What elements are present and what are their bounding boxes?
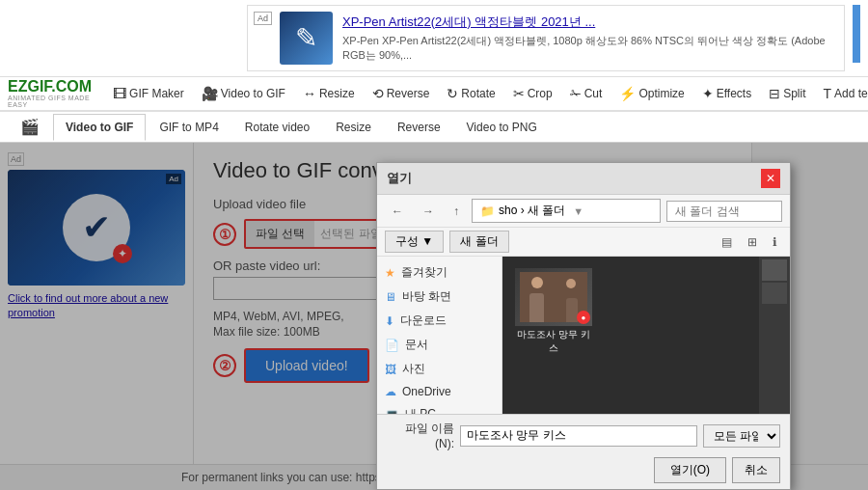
pictures-icon: 🖼 [385,363,396,376]
tab-rotate-video[interactable]: Rotate video [232,114,322,141]
tab-reverse[interactable]: Reverse [385,114,453,141]
dialog-sidebar: ★ 즐겨찾기 🖥 바탕 화면 ⬇ 다운로드 📄 문서 [377,257,502,414]
desktop-icon: 🖥 [385,290,396,304]
view-list-button[interactable]: ▤ [717,232,737,252]
view-grid-button[interactable]: ⊞ [743,232,762,252]
dialog-footer-buttons: 열기(O) 취소 [387,457,780,483]
nav-split[interactable]: ⊟ Split [761,80,813,107]
side-thumb-2[interactable] [762,283,787,304]
tab-resize[interactable]: Resize [323,114,384,141]
favorites-icon: ★ [385,266,395,280]
side-thumb-1[interactable] [762,259,787,281]
nav-add-text[interactable]: T Add text [816,80,868,107]
tab-bar: 🎬 Video to GIF GIF to MP4 Rotate video R… [0,112,868,143]
dialog-cancel-button[interactable]: 취소 [732,457,780,483]
reverse-icon: ⟲ [372,86,384,101]
dialog-up-button[interactable]: ↑ [447,202,466,221]
sidebar-item-favorites[interactable]: ★ 즐겨찾기 [377,260,502,285]
file-badge: ● [577,311,590,324]
video-icon: 🎥 [202,86,218,101]
filename-input[interactable] [460,425,697,447]
sidebar-item-pictures[interactable]: 🖼 사진 [377,357,502,381]
dialog-forward-button[interactable]: → [416,202,441,221]
sidebar-item-mypc[interactable]: 💻 내 PC [377,402,502,414]
sidebar-item-downloads[interactable]: ⬇ 다운로드 [377,309,502,333]
nav-reverse[interactable]: ⟲ Reverse [365,80,438,107]
onedrive-icon: ☁ [385,385,396,398]
view-details-button[interactable]: ℹ [768,232,782,252]
logo[interactable]: EZGIF.COM ANIMATED GIFS MADE EASY [8,79,92,108]
ad-bar: Ad ✎ XP-Pen Artist22(2세대) 액정타블렛 2021년 ..… [0,0,868,77]
ad-title[interactable]: XP-Pen Artist22(2세대) 액정타블렛 2021년 ... [342,14,838,31]
file-dialog: 열기 ✕ ← → ↑ 📁 sho › 새 폴더 ▼ 구성 ▼ 새 폴더 [376,162,791,490]
nav-optimize[interactable]: ⚡ Optimize [611,80,692,107]
nav-effects[interactable]: ✦ Effects [694,80,759,107]
dialog-toolbar: ← → ↑ 📁 sho › 새 폴더 ▼ [377,195,790,228]
nav-cut[interactable]: ✁ Cut [562,80,610,107]
file-item-video[interactable]: ● 마도조사 망무 키스 [510,264,597,359]
effects-icon: ✦ [702,86,714,101]
tab-video-to-png[interactable]: Video to PNG [454,114,550,141]
dialog-search-input[interactable] [666,201,782,222]
filetype-select[interactable]: 모든 파일 [703,424,780,448]
dialog-new-folder-button[interactable]: 새 폴더 [449,231,508,253]
filename-label: 파일 이름(N): [387,421,454,450]
ad-label: Ad [254,12,272,25]
dialog-ok-button[interactable]: 열기(O) [654,457,726,483]
dialog-title: 열기 [387,170,412,187]
nav-gif-maker[interactable]: 🎞 GIF Maker [105,80,192,107]
dialog-organize-button[interactable]: 구성 ▼ [385,231,444,253]
split-icon: ⊟ [769,86,780,101]
dialog-close-button[interactable]: ✕ [761,169,780,188]
dialog-body: ★ 즐겨찾기 🖥 바탕 화면 ⬇ 다운로드 📄 문서 [377,257,790,414]
tab-gif-to-mp4[interactable]: GIF to MP4 [147,114,231,141]
sidebar-item-onedrive[interactable]: ☁ OneDrive [377,381,502,402]
nav-bar: EZGIF.COM ANIMATED GIFS MADE EASY 🎞 GIF … [0,77,868,112]
nav-crop[interactable]: ✂ Crop [505,80,560,107]
dialog-file-area: ● 마도조사 망무 키스 [502,257,759,414]
tab-video-to-gif[interactable]: Video to GIF [53,114,146,141]
sidebar-item-documents[interactable]: 📄 문서 [377,333,502,357]
gif-maker-icon: 🎞 [113,86,126,101]
optimize-icon: ⚡ [619,86,636,101]
tab-video-icon[interactable]: 🎬 [8,112,52,143]
footer-filename-row: 파일 이름(N): 모든 파일 [387,421,780,450]
nav-video-to-gif[interactable]: 🎥 Video to GIF [194,80,293,107]
text-icon: T [824,86,832,101]
main-content: Ad ✔ ✦ Ad Click to find out more about a… [0,143,868,490]
sidebar-item-desktop[interactable]: 🖥 바탕 화면 [377,285,502,309]
side-thumbnails [759,257,790,414]
nav-resize[interactable]: ↔ Resize [295,80,363,107]
dialog-path: 📁 sho › 새 폴더 ▼ [472,199,661,223]
crop-icon: ✂ [513,86,525,101]
file-thumbnail: ● [515,268,592,326]
ad-description: XP-Pen XP-Pen Artist22(2세대) 액정타블렛, 1080p… [342,34,838,64]
downloads-icon: ⬇ [385,314,394,328]
dialog-back-button[interactable]: ← [385,202,410,221]
dialog-titlebar: 열기 ✕ [377,163,790,195]
rotate-icon: ↻ [447,86,458,101]
nav-rotate[interactable]: ↻ Rotate [439,80,502,107]
cut-icon: ✁ [570,86,582,101]
file-name-label: 마도조사 망무 키스 [517,328,590,355]
dialog-overlay: 열기 ✕ ← → ↑ 📁 sho › 새 폴더 ▼ 구성 ▼ 새 폴더 [0,143,868,490]
resize-icon: ↔ [303,86,316,101]
dialog-actions: 구성 ▼ 새 폴더 ▤ ⊞ ℹ [377,228,790,257]
documents-icon: 📄 [385,339,399,352]
dialog-footer: 파일 이름(N): 모든 파일 열기(O) 취소 [377,414,790,489]
